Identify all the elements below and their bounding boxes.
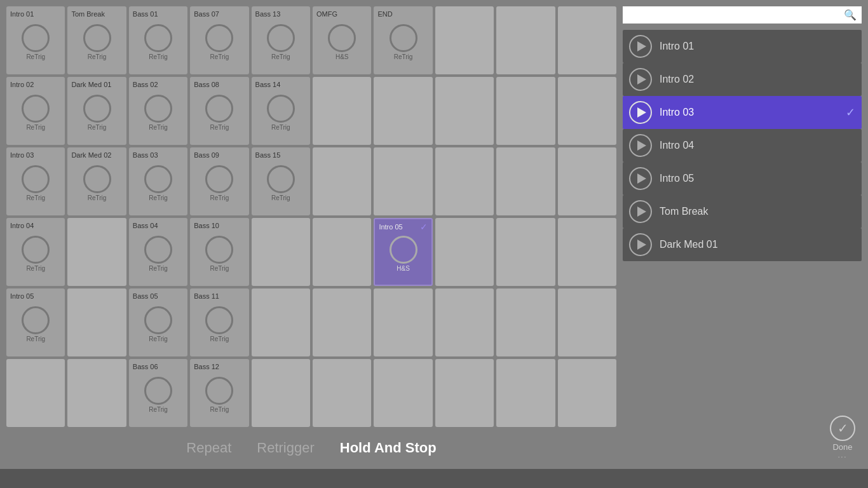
- grid-cell[interactable]: [67, 218, 126, 286]
- grid-cell[interactable]: [374, 147, 432, 215]
- search-icon[interactable]: 🔍: [844, 9, 857, 21]
- play-button[interactable]: [629, 200, 652, 223]
- grid-cell[interactable]: [558, 6, 616, 74]
- selected-check-icon: ✓: [846, 105, 855, 119]
- grid-cell[interactable]: [374, 359, 432, 427]
- grid-cell[interactable]: Dark Med 01ReTrig: [67, 77, 126, 145]
- grid-cell[interactable]: Intro 05ReTrig: [6, 288, 65, 356]
- grid-cell[interactable]: Bass 12ReTrig: [190, 359, 248, 427]
- grid-cell[interactable]: Intro 02ReTrig: [6, 77, 65, 145]
- grid-cell[interactable]: [435, 147, 494, 215]
- grid-cell[interactable]: Bass 07ReTrig: [190, 6, 248, 74]
- grid-cell[interactable]: Bass 09ReTrig: [190, 147, 248, 215]
- grid-cell[interactable]: [496, 147, 555, 215]
- grid-cell[interactable]: [558, 77, 616, 145]
- playlist-item-intro03[interactable]: Intro 03✓: [623, 96, 862, 129]
- cell-knob: [144, 95, 172, 123]
- grid-cell[interactable]: Bass 15ReTrig: [252, 147, 310, 215]
- grid-cell[interactable]: ENDReTrig: [374, 6, 432, 74]
- search-bar: 🔍: [623, 6, 862, 24]
- grid-cell[interactable]: [67, 288, 126, 356]
- grid-cell[interactable]: [435, 77, 494, 145]
- repeat-button[interactable]: Repeat: [186, 440, 231, 456]
- grid-cell[interactable]: Intro 05✓H&S: [374, 218, 432, 286]
- play-icon: [637, 41, 646, 51]
- grid-cell[interactable]: [435, 6, 494, 74]
- grid-cell[interactable]: OMFGH&S: [313, 6, 371, 74]
- cell-knob: [205, 95, 233, 123]
- cell-title: Intro 05: [10, 292, 34, 300]
- grid-cell[interactable]: [496, 77, 555, 145]
- grid-cell[interactable]: [252, 218, 310, 286]
- play-button[interactable]: [629, 101, 652, 124]
- cell-knob: [390, 24, 417, 52]
- grid-cell[interactable]: [496, 288, 555, 356]
- play-button[interactable]: [629, 233, 652, 256]
- grid-cell[interactable]: Bass 01ReTrig: [129, 6, 187, 74]
- playlist-item-intro04[interactable]: Intro 04: [623, 129, 862, 162]
- grid-cell[interactable]: [252, 288, 310, 356]
- grid-cell[interactable]: [252, 359, 310, 427]
- grid-cell[interactable]: Intro 03ReTrig: [6, 147, 65, 215]
- search-input[interactable]: [628, 10, 844, 20]
- play-icon: [637, 74, 646, 85]
- grid-cell[interactable]: Bass 08ReTrig: [190, 77, 248, 145]
- grid-cell[interactable]: [313, 359, 371, 427]
- grid-cell[interactable]: [496, 6, 555, 74]
- grid-area: Intro 01ReTrigTom BreakReTrigBass 01ReTr…: [6, 6, 616, 463]
- cell-knob: [144, 24, 172, 52]
- grid-cell[interactable]: Bass 03ReTrig: [129, 147, 187, 215]
- grid-cell[interactable]: [6, 359, 65, 427]
- cell-check-icon: ✓: [420, 222, 428, 232]
- play-button[interactable]: [629, 134, 652, 157]
- done-button[interactable]: ✓ Done ...: [830, 416, 855, 459]
- grid-cell[interactable]: [67, 359, 126, 427]
- grid-cell[interactable]: [558, 288, 616, 356]
- playlist-item-intro05[interactable]: Intro 05: [623, 162, 862, 195]
- playlist-item-intro01[interactable]: Intro 01: [623, 30, 862, 63]
- play-button[interactable]: [629, 167, 652, 190]
- grid-cell[interactable]: [496, 218, 555, 286]
- grid-cell[interactable]: [558, 359, 616, 427]
- playlist-item-intro02[interactable]: Intro 02: [623, 63, 862, 96]
- done-area: ✓ Done ...: [623, 412, 862, 463]
- grid-cell[interactable]: Bass 02ReTrig: [129, 77, 187, 145]
- grid-cell[interactable]: Bass 10ReTrig: [190, 218, 248, 286]
- playlist-item-darkmed01[interactable]: Dark Med 01: [623, 228, 862, 261]
- grid-cell[interactable]: [558, 147, 616, 215]
- playlist-item-name: Dark Med 01: [660, 239, 855, 250]
- grid-cell[interactable]: Dark Med 02ReTrig: [67, 147, 126, 215]
- grid-cell[interactable]: Bass 06ReTrig: [129, 359, 187, 427]
- grid-cell[interactable]: [374, 77, 432, 145]
- grid-cell[interactable]: Intro 01ReTrig: [6, 6, 65, 74]
- playlist-item-tombreak[interactable]: Tom Break: [623, 195, 862, 228]
- grid-cell[interactable]: Bass 05ReTrig: [129, 288, 187, 356]
- cell-knob: [205, 306, 233, 334]
- cell-label: ReTrig: [149, 336, 168, 342]
- playlist-item-name: Intro 04: [660, 140, 855, 151]
- grid-cell[interactable]: Intro 04ReTrig: [6, 218, 65, 286]
- grid-cell[interactable]: [435, 218, 494, 286]
- grid-cell[interactable]: [435, 359, 494, 427]
- grid-cell[interactable]: [374, 288, 432, 356]
- grid-cell[interactable]: Bass 14ReTrig: [252, 77, 310, 145]
- grid-cell[interactable]: Bass 13ReTrig: [252, 6, 310, 74]
- cell-title: Bass 10: [194, 222, 219, 229]
- grid-cell[interactable]: [313, 218, 371, 286]
- cell-knob: [83, 24, 111, 52]
- grid-cell[interactable]: [313, 288, 371, 356]
- retrigger-button[interactable]: Retrigger: [257, 440, 314, 456]
- grid-cell[interactable]: [435, 288, 494, 356]
- cell-title: Dark Med 01: [71, 81, 111, 88]
- play-button[interactable]: [629, 68, 652, 91]
- grid-cell[interactable]: Tom BreakReTrig: [67, 6, 126, 74]
- grid-cell[interactable]: Bass 04ReTrig: [129, 218, 187, 286]
- hold-and-stop-button[interactable]: Hold And Stop: [340, 440, 437, 456]
- grid-cell[interactable]: Bass 11ReTrig: [190, 288, 248, 356]
- grid-cell[interactable]: [558, 218, 616, 286]
- grid-cell[interactable]: [496, 359, 555, 427]
- grid-cell[interactable]: [313, 77, 371, 145]
- play-button[interactable]: [629, 35, 652, 58]
- grid-cell[interactable]: [313, 147, 371, 215]
- cell-label: ReTrig: [271, 53, 290, 60]
